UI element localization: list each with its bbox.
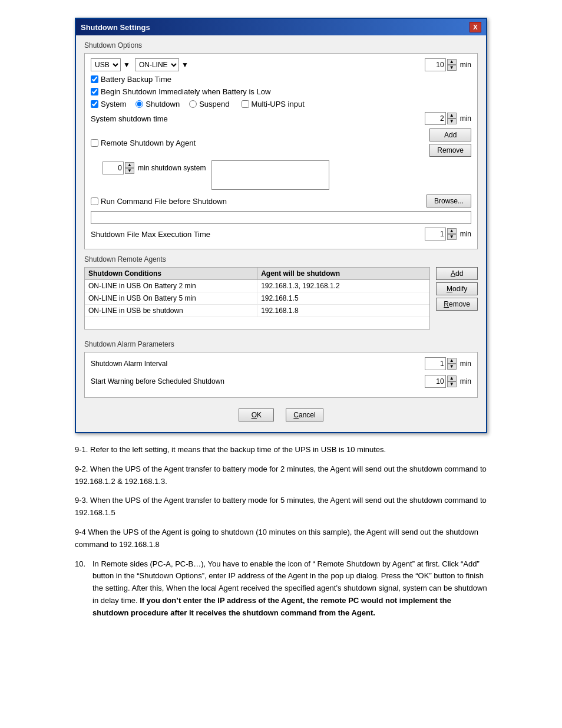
- system-shutdown-up[interactable]: ▲: [447, 113, 457, 118]
- remote-add-remove-group: Add Remove: [429, 129, 471, 157]
- warning-down[interactable]: ▼: [447, 381, 457, 387]
- battery-backup-spinner: ▲ ▼ min: [425, 58, 471, 71]
- warning-up[interactable]: ▲: [447, 375, 457, 381]
- ok-underline: O: [252, 411, 257, 419]
- system-shutdown-label: System shutdown time: [91, 114, 168, 123]
- options-group: USB ▼ ON-LINE ▼ ▲ ▼ min: [84, 53, 478, 249]
- dropdown-arrow1: ▼: [123, 61, 130, 69]
- min-shutdown-input[interactable]: [103, 162, 124, 174]
- notes-block: 9-1. Refer to the left setting, it means…: [75, 444, 487, 620]
- table-cell-agent-3: 192.168.1.8: [257, 305, 429, 317]
- shutdown-file-max-spinner: ▲ ▼ min: [425, 228, 471, 241]
- battery-backup-down[interactable]: ▼: [447, 65, 457, 71]
- agents-add-button[interactable]: Add: [436, 267, 478, 280]
- note-9-1: 9-1. Refer to the left setting, it means…: [75, 444, 487, 456]
- table-row[interactable]: ON-LINE in USB On Battery 2 min 192.168.…: [85, 280, 429, 292]
- agents-remove-button[interactable]: Remove: [436, 298, 478, 311]
- note-9-2: 9-2. When the UPS of the Agent transfer …: [75, 463, 487, 488]
- system-shutdown-row: System shutdown time ▲ ▼ min: [91, 112, 471, 125]
- warning-unit: min: [460, 377, 471, 386]
- run-command-checkbox[interactable]: [91, 197, 98, 205]
- system-label: System: [101, 100, 126, 108]
- min-shutdown-up[interactable]: ▲: [125, 162, 134, 168]
- suspend-radio[interactable]: [189, 100, 197, 108]
- run-command-label: Run Command File before Shutdown: [101, 197, 227, 206]
- battery-backup-unit: min: [460, 61, 471, 69]
- note-9-3: 9-3. When the UPS of the Agent transfer …: [75, 495, 487, 519]
- multi-ups-label: Multi-UPS input: [252, 100, 305, 108]
- battery-backup-label: Battery Backup Time: [101, 75, 171, 84]
- ip-list-area: [211, 160, 329, 190]
- alarm-interval-down[interactable]: ▼: [447, 364, 457, 370]
- col-agent: Agent will be shutdown: [257, 268, 429, 279]
- system-shutdown-down[interactable]: ▼: [447, 118, 457, 124]
- shutdown-file-max-up[interactable]: ▲: [447, 228, 457, 234]
- begin-shutdown-label: Begin Shutdown Immediately when Battery …: [101, 87, 270, 96]
- options-section-label: Shutdown Options: [84, 41, 478, 50]
- alarm-group: Shutdown Alarm Interval ▲ ▼ min Start Wa…: [84, 352, 478, 398]
- agents-modify-underline: M: [447, 285, 452, 293]
- note-9-4: 9-4 When the UPS of the Agent is going t…: [75, 526, 487, 551]
- alarm-section-label: Shutdown Alarm Parameters: [84, 340, 478, 348]
- battery-backup-up[interactable]: ▲: [447, 59, 457, 65]
- command-file-input[interactable]: [91, 211, 471, 224]
- system-shutdown-unit: min: [460, 114, 471, 123]
- agents-modify-button[interactable]: Modify: [436, 282, 478, 295]
- alarm-interval-unit: min: [460, 360, 471, 368]
- usb-select[interactable]: USB: [91, 58, 121, 71]
- agents-btn-group: Add Modify Remove: [436, 267, 478, 311]
- note-10-content: In Remote sides (PC-A, PC-B…), You have …: [92, 558, 487, 620]
- dropdown-arrow2: ▼: [181, 61, 189, 69]
- agents-add-underline: A: [451, 269, 455, 278]
- run-command-row: Run Command File before Shutdown Browse.…: [91, 195, 471, 207]
- browse-button[interactable]: Browse...: [427, 195, 471, 207]
- system-shutdown-spinner: ▲ ▼ min: [425, 112, 471, 125]
- remote-remove-button[interactable]: Remove: [429, 144, 471, 157]
- shutdown-label: Shutdown: [146, 100, 180, 108]
- cancel-underline: C: [293, 411, 299, 419]
- system-shutdown-btns: ▲ ▼: [447, 113, 457, 124]
- system-checkbox[interactable]: [91, 100, 98, 108]
- shutdown-file-max-input[interactable]: [425, 228, 446, 241]
- battery-backup-input[interactable]: [425, 58, 446, 71]
- table-row[interactable]: ON-LINE in USB On Battery 5 min 192.168.…: [85, 292, 429, 305]
- begin-shutdown-checkbox[interactable]: [91, 88, 98, 95]
- shutdown-settings-dialog: Shutdown Settings X Shutdown Options USB…: [75, 18, 487, 433]
- alarm-interval-up[interactable]: ▲: [447, 358, 457, 364]
- shutdown-radio[interactable]: [135, 100, 143, 108]
- remote-add-button[interactable]: Add: [429, 129, 471, 141]
- min-shutdown-down[interactable]: ▼: [125, 168, 134, 174]
- table-header: Shutdown Conditions Agent will be shutdo…: [85, 268, 429, 280]
- shutdown-file-max-btns: ▲ ▼: [447, 228, 457, 240]
- close-button[interactable]: X: [470, 22, 481, 32]
- ok-button[interactable]: OK: [239, 409, 274, 421]
- min-shutdown-row: ▲ ▼ min shutdown system: [103, 160, 471, 190]
- remote-shutdown-label: Remote Shutdown by Agent: [101, 139, 196, 147]
- alarm-interval-spinner: ▲ ▼ min: [425, 357, 471, 370]
- shutdown-file-max-unit: min: [460, 230, 471, 238]
- multi-ups-checkbox[interactable]: [242, 100, 249, 108]
- warning-label: Start Warning before Scheduled Shutdown: [91, 377, 425, 386]
- remote-shutdown-checkbox[interactable]: [91, 139, 98, 147]
- online-select[interactable]: ON-LINE: [135, 58, 179, 71]
- note-10-bold: If you don’t enter the IP address of the…: [92, 596, 451, 617]
- dialog-body: Shutdown Options USB ▼ ON-LINE ▼ ▲ ▼: [76, 35, 486, 432]
- alarm-interval-input[interactable]: [425, 357, 446, 370]
- battery-backup-spinner-btns: ▲ ▼: [447, 59, 457, 71]
- shutdown-file-max-row: Shutdown File Max Execution Time ▲ ▼ min: [91, 228, 471, 241]
- command-file-textbox-wrap: [91, 211, 471, 224]
- table-empty-row: [85, 317, 429, 329]
- mode-row: System Shutdown Suspend Multi-UPS input: [91, 100, 471, 108]
- shutdown-file-max-down[interactable]: ▼: [447, 234, 457, 240]
- cancel-button[interactable]: Cancel: [286, 409, 323, 421]
- table-cell-condition-2: ON-LINE in USB On Battery 5 min: [85, 292, 257, 304]
- system-shutdown-input[interactable]: [425, 112, 446, 125]
- table-row[interactable]: ON-LINE in USB be shutdown 192.168.1.8: [85, 305, 429, 317]
- warning-input[interactable]: [425, 375, 446, 388]
- battery-backup-row: Battery Backup Time: [91, 75, 471, 84]
- dialog-footer: OK Cancel: [84, 404, 478, 424]
- remote-agents-table-wrap: Shutdown Conditions Agent will be shutdo…: [84, 267, 430, 334]
- battery-backup-checkbox[interactable]: [91, 75, 98, 83]
- suspend-label: Suspend: [199, 100, 229, 108]
- remote-agents-section-label: Shutdown Remote Agents: [84, 255, 478, 263]
